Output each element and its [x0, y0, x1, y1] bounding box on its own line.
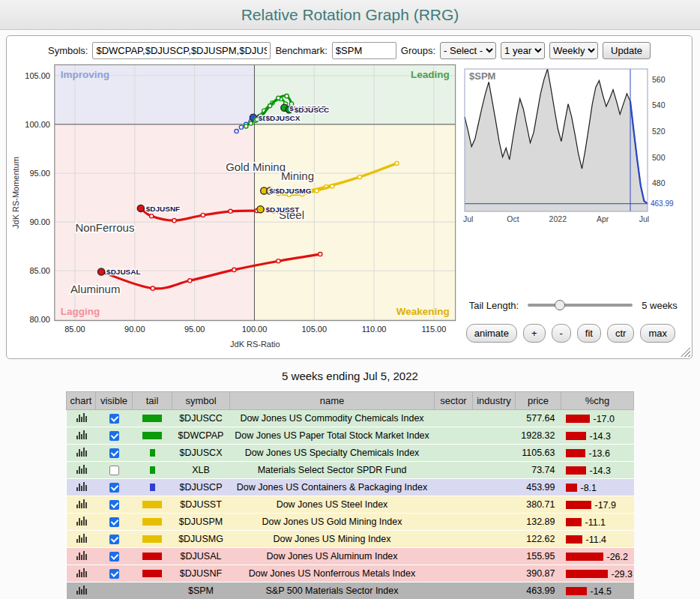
chart-icon[interactable] [76, 481, 87, 493]
pct-change-value: -29.3 [612, 568, 633, 579]
name-cell: S&P 500 Materials Sector Index [230, 583, 435, 599]
visible-checkbox[interactable] [109, 448, 119, 458]
symbol-cell: XLB [172, 462, 230, 479]
symbol-cell: $DJUSAL [172, 548, 230, 565]
table-row: $DJUSCPDow Jones US Containers & Packagi… [67, 479, 634, 496]
svg-text:500: 500 [652, 153, 666, 162]
sector-cell [435, 462, 473, 479]
pct-change-value: -14.5 [591, 586, 612, 596]
animate-button[interactable]: animate [466, 324, 517, 343]
chart-icon[interactable] [76, 464, 87, 476]
chart-icon[interactable] [76, 550, 87, 562]
name-cell: Dow Jones US Paper Total Stock Market In… [230, 427, 435, 445]
visible-checkbox[interactable] [109, 500, 119, 510]
chart-icon[interactable] [76, 447, 87, 459]
center-button[interactable]: ctr [607, 324, 634, 343]
chart-icon[interactable] [76, 412, 87, 424]
sector-cell [435, 479, 473, 496]
symbol-cell: $DJUSMG [172, 531, 230, 548]
pct-change-value: -26.2 [607, 551, 629, 562]
name-cell: Dow Jones US Specialty Chemicals Index [230, 445, 435, 462]
rrg-chart[interactable]: 85.0090.0095.00100.00105.00110.00115.008… [10, 61, 459, 351]
svg-text:480: 480 [652, 178, 666, 187]
rrg-panel: Symbols: Benchmark: Groups: - Select - 1… [6, 35, 693, 359]
tail-color-bar[interactable] [142, 570, 162, 577]
visible-checkbox[interactable] [109, 569, 119, 579]
period-select[interactable]: 1 year [501, 42, 545, 59]
visible-checkbox[interactable] [109, 466, 119, 475]
visible-checkbox[interactable] [109, 517, 119, 527]
pct-change-value: -11.4 [586, 534, 607, 544]
column-header-price[interactable]: price [516, 392, 561, 410]
tail-color-bar[interactable] [150, 449, 155, 457]
name-cell: Dow Jones US Mining Index [230, 531, 435, 548]
svg-text:80.00: 80.00 [29, 315, 49, 324]
svg-text:JdK RS-Momentum: JdK RS-Momentum [11, 157, 20, 229]
tail-color-bar[interactable] [142, 535, 162, 543]
chart-icon[interactable] [76, 533, 87, 545]
tail-color-bar[interactable] [150, 466, 155, 474]
table-row: XLBMaterials Select Sector SPDR Fund73.7… [67, 462, 634, 479]
tail-color-bar[interactable] [142, 518, 162, 526]
update-button[interactable]: Update [603, 42, 651, 59]
frequency-select[interactable]: Weekly [549, 42, 598, 59]
column-header-tail[interactable]: tail [133, 392, 172, 410]
column-header-sector[interactable]: sector [435, 392, 473, 410]
symbol-cell: $DJUSNF [172, 565, 230, 583]
visible-checkbox[interactable] [109, 483, 119, 493]
svg-text:Jul: Jul [639, 214, 648, 223]
chart-icon[interactable] [76, 585, 87, 597]
price-cell: 463.99 [516, 583, 561, 599]
visible-checkbox[interactable] [109, 431, 119, 441]
svg-text:$SPM: $SPM [469, 70, 495, 82]
groups-label: Groups: [401, 45, 435, 56]
visible-checkbox[interactable] [109, 414, 119, 424]
symbols-label: Symbols: [48, 45, 88, 56]
max-button[interactable]: max [640, 324, 675, 343]
column-header-industry[interactable]: industry [473, 392, 516, 410]
name-cell: Dow Jones US Gold Mining Index [230, 514, 435, 531]
svg-text:Leading: Leading [411, 69, 450, 80]
benchmark-input[interactable] [332, 42, 396, 59]
chart-icon[interactable] [76, 499, 87, 511]
tail-color-bar[interactable] [142, 432, 162, 439]
tail-length-slider[interactable] [528, 298, 633, 312]
table-row: $DJUSCXDow Jones US Specialty Chemicals … [67, 445, 634, 462]
zoom-out-button[interactable]: - [552, 324, 571, 343]
chart-icon[interactable] [76, 430, 87, 442]
pct-change-value: -17.0 [594, 413, 615, 424]
visible-checkbox[interactable] [109, 535, 119, 544]
price-cell: 73.74 [516, 462, 561, 479]
groups-select[interactable]: - Select - [440, 42, 496, 59]
industry-cell [473, 462, 516, 479]
tail-color-bar[interactable] [142, 553, 162, 560]
table-row: $DJUSPMDow Jones US Gold Mining Index132… [67, 514, 634, 531]
benchmark-label: Benchmark: [275, 45, 327, 56]
svg-text:Mining: Mining [281, 169, 314, 182]
name-cell: Dow Jones US Aluminum Index [230, 548, 435, 565]
pct-change-bar [566, 484, 577, 492]
visible-checkbox[interactable] [109, 552, 119, 562]
symbols-input[interactable] [92, 42, 271, 59]
app-header: Relative Rotation Graph (RRG) [0, 0, 700, 30]
column-header-chart[interactable]: chart [67, 392, 96, 410]
name-cell: Dow Jones US Nonferrous Metals Index [230, 565, 435, 583]
tail-color-bar[interactable] [142, 501, 162, 508]
svg-text:100.00: 100.00 [25, 120, 50, 129]
chart-icon[interactable] [76, 516, 87, 528]
fit-button[interactable]: fit [577, 324, 601, 343]
column-header-name[interactable]: name [230, 392, 435, 410]
column-header-symbol[interactable]: symbol [172, 392, 230, 410]
pct-change-bar [566, 587, 587, 595]
column-header-visible[interactable]: visible [96, 392, 133, 410]
chart-icon[interactable] [76, 568, 87, 580]
tail-color-bar[interactable] [150, 484, 155, 491]
tail-color-bar[interactable] [142, 415, 162, 422]
svg-text:$DJUSCX: $DJUSCX [265, 114, 300, 122]
toolbar: Symbols: Benchmark: Groups: - Select - 1… [7, 36, 692, 59]
svg-text:520: 520 [652, 127, 666, 136]
zoom-in-button[interactable]: + [523, 324, 546, 343]
symbol-cell: $DJUSCX [172, 445, 230, 462]
column-header-pct-chg[interactable]: %chg [561, 392, 634, 410]
symbols-table: chartvisibletailsymbolnamesectorindustry… [66, 391, 634, 599]
